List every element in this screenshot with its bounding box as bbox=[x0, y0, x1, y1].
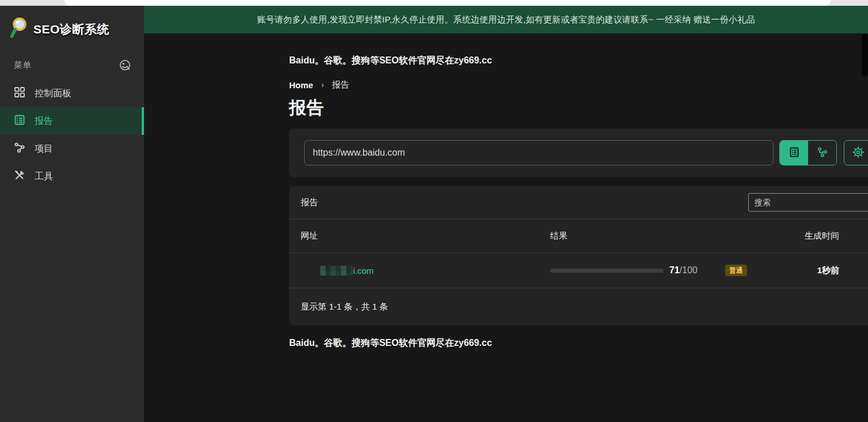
gear-icon bbox=[851, 145, 865, 161]
url-visible-text: i.com bbox=[353, 266, 374, 276]
browser-tab-edge bbox=[65, 0, 831, 6]
sidebar: SEO诊断系统 菜单 控制面板 bbox=[0, 6, 144, 422]
dashboard-icon bbox=[14, 86, 25, 100]
view-mode-button-group bbox=[779, 140, 837, 165]
report-card: 报告 网址 结果 生成时间 i.com 71/100 普通 bbox=[289, 186, 868, 325]
sidebar-item-label: 项目 bbox=[35, 143, 53, 155]
sidebar-item-reports[interactable]: 报告 bbox=[0, 107, 144, 135]
list-view-button[interactable] bbox=[780, 141, 808, 165]
list-view-icon bbox=[789, 146, 800, 160]
score-progress-bar bbox=[550, 269, 664, 273]
breadcrumb-home-link[interactable]: Home bbox=[289, 80, 313, 90]
table-search-input[interactable] bbox=[748, 193, 868, 212]
promo-text-top: Baidu。谷歌。搜狗等SEO软件官网尽在zy669.cc bbox=[289, 54, 868, 67]
chevron-right-icon: › bbox=[321, 80, 324, 89]
org-chart-icon bbox=[817, 146, 828, 160]
browser-chrome-strip bbox=[0, 0, 868, 6]
column-header-result: 结果 bbox=[550, 231, 757, 242]
tools-icon bbox=[14, 169, 25, 183]
sidebar-item-label: 报告 bbox=[35, 115, 53, 127]
menu-section-label: 菜单 bbox=[14, 60, 31, 71]
magnifier-logo-icon bbox=[7, 15, 32, 44]
report-url-link[interactable]: i.com bbox=[320, 266, 374, 276]
score-value: 71/100 bbox=[669, 265, 698, 276]
page-title: 报告 bbox=[289, 96, 868, 119]
censored-url-mosaic bbox=[320, 266, 352, 276]
sidebar-nav: 控制面板 报告 bbox=[0, 80, 144, 190]
vertical-scrollbar[interactable] bbox=[862, 33, 868, 76]
pagination-summary: 显示第 1-1 条，共 1 条 bbox=[289, 288, 868, 325]
card-title: 报告 bbox=[301, 197, 318, 208]
sidebar-item-label: 控制面板 bbox=[35, 88, 71, 100]
project-icon bbox=[14, 142, 25, 156]
app-title: SEO诊断系统 bbox=[33, 21, 109, 37]
column-header-url: 网址 bbox=[301, 231, 550, 242]
main-content: Baidu。谷歌。搜狗等SEO软件官网尽在zy669.cc Home › 报告 … bbox=[144, 33, 868, 422]
graph-view-button[interactable] bbox=[808, 141, 836, 165]
report-icon bbox=[14, 114, 25, 128]
sidebar-item-dashboard[interactable]: 控制面板 bbox=[0, 80, 144, 107]
sidebar-item-tools[interactable]: 工具 bbox=[0, 163, 144, 190]
promo-text-bottom: Baidu。谷歌。搜狗等SEO软件官网尽在zy669.cc bbox=[289, 337, 868, 349]
table-header-row: 网址 结果 生成时间 bbox=[289, 219, 868, 253]
theme-toggle-icon[interactable] bbox=[119, 59, 131, 71]
status-badge: 普通 bbox=[725, 265, 747, 276]
announcement-text: 账号请勿多人使用,发现立即封禁IP,永久停止使用。系统边使用边开发,如有更新或者… bbox=[257, 14, 755, 25]
url-input[interactable] bbox=[304, 140, 774, 165]
settings-button[interactable] bbox=[844, 140, 868, 165]
table-row: i.com 71/100 普通 1秒前 bbox=[289, 253, 868, 288]
sidebar-item-projects[interactable]: 项目 bbox=[0, 135, 144, 163]
app-logo: SEO诊断系统 bbox=[0, 6, 144, 42]
sidebar-item-label: 工具 bbox=[35, 171, 53, 183]
column-header-time: 生成时间 bbox=[757, 231, 868, 242]
breadcrumb-current: 报告 bbox=[332, 80, 349, 91]
generated-time: 1秒前 bbox=[817, 265, 839, 275]
breadcrumb: Home › 报告 bbox=[289, 80, 868, 91]
url-query-panel bbox=[289, 129, 868, 177]
announcement-bar: 账号请勿多人使用,发现立即封禁IP,永久停止使用。系统边使用边开发,如有更新或者… bbox=[144, 6, 868, 33]
